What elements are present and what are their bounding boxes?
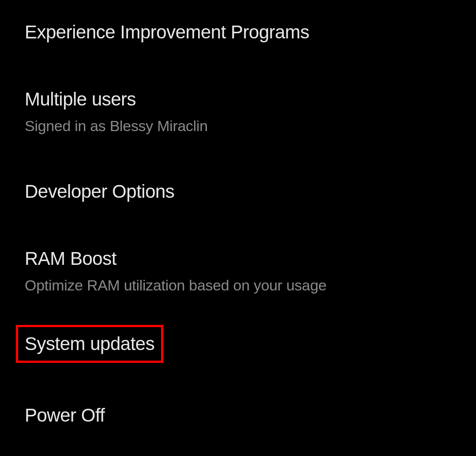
item-title: Experience Improvement Programs	[25, 21, 476, 43]
settings-item-developer-options[interactable]: Developer Options	[25, 181, 476, 203]
item-subtitle: Signed in as Blessy Miraclin	[25, 116, 476, 136]
highlight-box: System updates	[16, 325, 163, 363]
settings-item-power-off[interactable]: Power Off	[25, 404, 476, 426]
settings-item-experience-improvement[interactable]: Experience Improvement Programs	[25, 21, 476, 43]
settings-item-multiple-users[interactable]: Multiple users Signed in as Blessy Mirac…	[25, 88, 476, 136]
item-title: Multiple users	[25, 88, 476, 110]
settings-list: Experience Improvement Programs Multiple…	[0, 0, 476, 427]
item-title: Power Off	[25, 404, 476, 426]
item-title: RAM Boost	[25, 248, 476, 270]
item-title: System updates	[25, 333, 154, 355]
item-title: Developer Options	[25, 181, 476, 203]
settings-item-system-updates[interactable]: System updates	[25, 325, 476, 363]
settings-item-ram-boost[interactable]: RAM Boost Optimize RAM utilization based…	[25, 248, 476, 295]
item-subtitle: Optimize RAM utilization based on your u…	[25, 275, 476, 295]
